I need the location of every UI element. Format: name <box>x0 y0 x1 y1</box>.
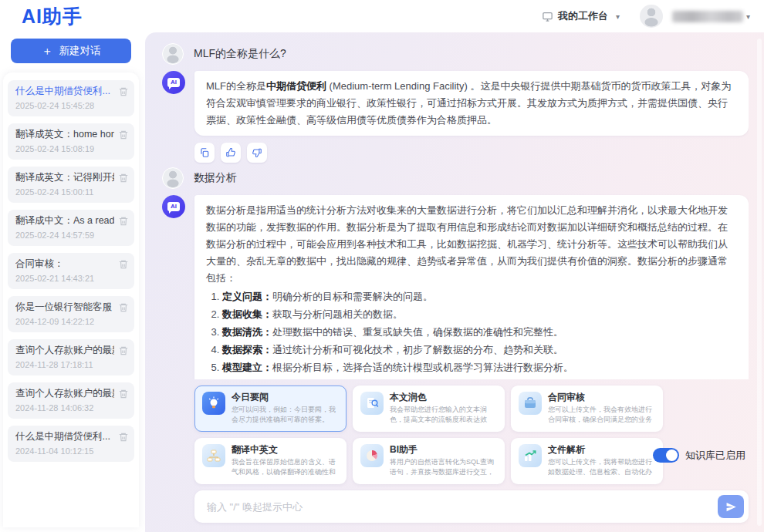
monitor-icon <box>542 11 553 22</box>
lightbulb-icon <box>202 392 225 415</box>
sitemap-icon <box>202 444 225 467</box>
conversation-item[interactable]: 翻译成英文：记得刚开始... 2025-02-24 15:00:11 <box>8 167 134 203</box>
user-message-avatar <box>162 43 184 65</box>
ai-message-bubble: MLF的全称是中期借贷便利 (Medium-term Lending Facil… <box>194 71 749 136</box>
message-input[interactable] <box>205 500 718 513</box>
thumbs-up-icon <box>225 147 236 158</box>
briefcase-icon <box>519 392 542 415</box>
composer <box>194 490 749 523</box>
user-message-text: MLF的全称是什么? <box>194 47 286 61</box>
ai-avatar-icon: AI <box>162 71 185 94</box>
chevron-down-icon: ▾ <box>616 12 620 21</box>
trend-chart-icon <box>519 444 542 467</box>
ai-avatar-icon: AI <box>162 195 185 218</box>
conversation-item[interactable]: 什么是中期借贷便利... 2025-02-24 15:45:28 <box>8 80 134 116</box>
analysis-step: 定义问题：明确分析的目标和需要解决的问题。 <box>222 288 737 305</box>
card-bi-assistant[interactable]: BI助手 将用户的自然语言转化为SQL查询语句，并直接与数据库进行交互，返回智能… <box>353 438 505 484</box>
analysis-step: 数据清洗：处理数据中的错误、重复或缺失值，确保数据的准确性和完整性。 <box>222 324 737 341</box>
thumbs-down-icon <box>252 147 262 158</box>
workspace-menu[interactable]: 我的工作台 ▾ <box>542 9 620 23</box>
knowledge-base-label: 知识库已启用 <box>685 449 745 463</box>
quick-action-cards: 今日要闻 您可以问我，例如：今日要闻，我会尽力提供准确和可靠的答案。 本文润色 … <box>194 386 749 484</box>
ai-message-row: AI MLF的全称是中期借贷便利 (Medium-term Lending Fa… <box>162 71 749 136</box>
message-list: MLF的全称是什么? AI MLF的全称是中期借贷便利 (Medium-term… <box>162 39 749 379</box>
ai-message-bubble: 数据分析是指用适当的统计分析方法对收集来的大量数据进行分析，将它们加以汇总和理解… <box>194 195 749 379</box>
card-text-polish[interactable]: 本文润色 我会帮助您进行您输入的文本润色，提高文本的流畅度和表达效果。 <box>353 386 505 432</box>
thumbs-up-button[interactable] <box>221 143 241 163</box>
scrollbar[interactable] <box>757 39 762 526</box>
chat-area: MLF的全称是什么? AI MLF的全称是中期借贷便利 (Medium-term… <box>145 32 764 532</box>
conversation-item[interactable]: 查询个人存款账户的最新... 2024-11-28 17:18:11 <box>8 339 134 375</box>
user-message-text: 数据分析 <box>194 171 237 185</box>
card-today-news[interactable]: 今日要闻 您可以问我，例如：今日要闻，我会尽力提供准确和可靠的答案。 <box>194 386 347 432</box>
user-message-avatar <box>162 167 184 189</box>
ai-message-row: AI 数据分析是指用适当的统计分析方法对收集来的大量数据进行分析，将它们加以汇总… <box>162 195 749 379</box>
conversation-item[interactable]: 查询个人存款账户的最新... 2024-11-28 14:06:32 <box>8 382 134 419</box>
trash-icon[interactable] <box>118 173 129 184</box>
new-chat-button[interactable]: ＋ 新建对话 <box>11 39 131 63</box>
trash-icon[interactable] <box>118 216 129 227</box>
app-logo: AI助手 <box>22 4 83 29</box>
copy-button[interactable] <box>194 143 215 163</box>
chevron-down-icon[interactable]: ▾ <box>746 12 750 21</box>
analysis-step: 数据探索：通过统计分析和可视化技术，初步了解数据的分布、趋势和关联。 <box>222 342 737 359</box>
trash-icon[interactable] <box>118 302 129 313</box>
knowledge-base-toggle-group: 知识库已启用 <box>653 448 745 463</box>
card-translate[interactable]: 翻译中英文 我会旨在保留原始信息的含义、语气和风格，以确保翻译的准确性和自然流畅… <box>194 438 347 484</box>
sidebar: ＋ 新建对话 什么是中期借贷便利... 2025-02-24 15:45:28 … <box>0 32 145 532</box>
user-avatar[interactable] <box>640 5 663 28</box>
conversation-item[interactable]: 什么是中期借贷便利... 2024-11-04 10:12:15 <box>8 426 134 462</box>
analysis-steps-list: 定义问题：明确分析的目标和需要解决的问题。 数据收集：获取与分析问题相关的数据。… <box>206 288 737 379</box>
analysis-step: 模型建立：根据分析目标，选择合适的统计模型或机器学习算法进行数据分析。 <box>222 359 737 376</box>
trash-icon[interactable] <box>118 86 129 97</box>
trash-icon[interactable] <box>118 130 129 140</box>
user-message-row: 数据分析 <box>162 167 749 189</box>
paper-plane-icon <box>725 501 737 513</box>
conversation-item[interactable]: 翻译成中文：As a reader... 2025-02-24 14:57:59 <box>8 210 134 246</box>
analysis-step: 数据收集：获取与分析问题相关的数据。 <box>222 306 737 323</box>
trash-icon[interactable] <box>118 432 129 443</box>
conversation-item[interactable]: 翻译成英文：home home 2025-02-24 15:08:19 <box>8 123 134 160</box>
workspace-label: 我的工作台 <box>558 9 608 23</box>
ai-message-intro: 数据分析是指用适当的统计分析方法对收集来的大量数据进行分析，将它们加以汇总和理解… <box>206 204 728 284</box>
top-header: AI助手 我的工作台 ▾ ▾ <box>0 0 764 32</box>
trash-icon[interactable] <box>118 389 129 399</box>
conversation-item[interactable]: 合同审核： 2025-02-21 14:43:21 <box>8 253 134 289</box>
send-button[interactable] <box>718 495 744 518</box>
toggle-knob <box>666 450 678 461</box>
knowledge-base-toggle[interactable] <box>653 448 679 463</box>
message-actions <box>194 143 749 163</box>
copy-icon <box>199 147 210 158</box>
card-file-parse[interactable]: 文件解析 您可以上传文件，我将帮助您进行如数据处理、信息检索、自动化办公等。 <box>511 438 663 484</box>
thumbs-down-button[interactable] <box>247 143 267 163</box>
user-message-row: MLF的全称是什么? <box>162 43 749 65</box>
plus-icon: ＋ <box>42 44 53 59</box>
trash-icon[interactable] <box>118 259 129 270</box>
conversation-item[interactable]: 你是一位银行智能客服，... 2024-12-09 14:22:12 <box>8 296 134 332</box>
document-search-icon <box>360 392 384 415</box>
conversation-list: 什么是中期借贷便利... 2025-02-24 15:45:28 翻译成英文：h… <box>3 72 139 527</box>
new-chat-label: 新建对话 <box>59 44 101 58</box>
trash-icon[interactable] <box>118 345 129 356</box>
pie-chart-icon <box>360 444 384 467</box>
username-redacted <box>672 11 743 22</box>
card-contract-review[interactable]: 合同审核 您可以上传文件，我会有效地进行合同审核，确保合同满足您的业务需求。 <box>511 386 663 432</box>
analysis-step: 结果解释：将模型的结果转化为易于理解的结论或建议。 <box>222 377 737 379</box>
